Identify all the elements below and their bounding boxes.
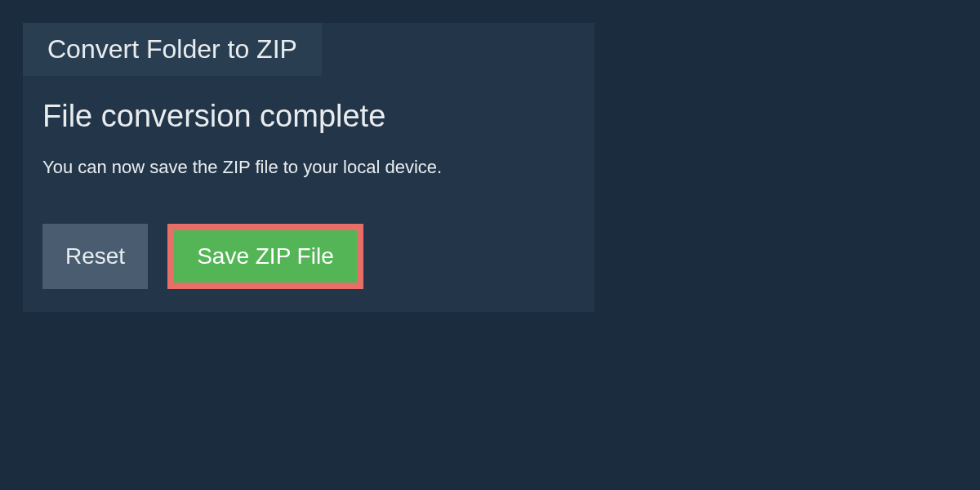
status-heading: File conversion complete: [42, 99, 575, 134]
tab-convert-folder[interactable]: Convert Folder to ZIP: [23, 23, 322, 76]
conversion-panel: Convert Folder to ZIP File conversion co…: [23, 23, 595, 312]
tab-title: Convert Folder to ZIP: [47, 34, 297, 64]
reset-button[interactable]: Reset: [42, 224, 148, 289]
save-zip-button[interactable]: Save ZIP File: [167, 224, 363, 289]
panel-content: File conversion complete You can now sav…: [23, 76, 595, 289]
status-description: You can now save the ZIP file to your lo…: [42, 157, 575, 178]
action-buttons: Reset Save ZIP File: [42, 224, 575, 289]
